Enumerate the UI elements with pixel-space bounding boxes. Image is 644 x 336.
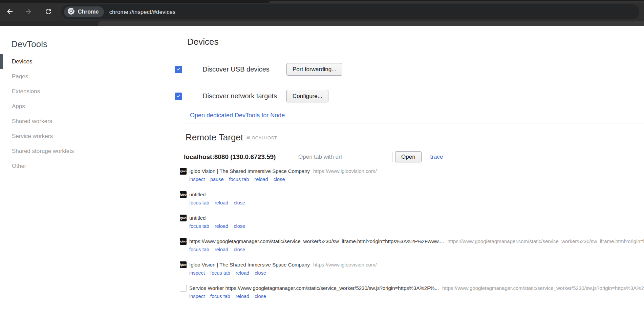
forward-button[interactable] xyxy=(24,7,33,16)
url-text[interactable]: chrome://inspect/#devices xyxy=(109,9,176,15)
target-title: untitled xyxy=(189,215,206,221)
target-action-inspect[interactable]: inspect xyxy=(189,177,205,182)
open-tab-url-input[interactable] xyxy=(295,152,392,162)
target-title-line: igloo Igloo Vision | The Shared Immersiv… xyxy=(180,261,644,269)
target-action-reload[interactable]: reload xyxy=(215,223,228,229)
target-action-close[interactable]: close xyxy=(255,294,266,299)
target-row: igloo https://www.googletagmanager.com/s… xyxy=(180,237,644,261)
divider xyxy=(185,54,644,54)
target-action-close[interactable]: close xyxy=(234,200,245,205)
sidebar-item-other[interactable]: Other xyxy=(0,159,87,174)
back-button[interactable] xyxy=(5,7,14,16)
blank-favicon xyxy=(180,285,187,292)
target-actions: inspectpausefocus tabreloadclose xyxy=(189,177,644,182)
toolbar-bottom-band-left xyxy=(0,21,98,26)
target-action-reload[interactable]: reload xyxy=(254,177,268,182)
sidebar-item-label: Shared storage worklets xyxy=(12,148,74,155)
target-title-line: igloo https://www.googletagmanager.com/s… xyxy=(180,237,644,245)
discover-network-label: Discover network targets xyxy=(202,92,286,100)
configure-button[interactable]: Configure... xyxy=(286,90,328,102)
open-node-devtools-link[interactable]: Open dedicated DevTools for Node xyxy=(190,112,285,119)
target-title: Igloo Vision | The Shared Immersive Spac… xyxy=(189,262,310,268)
sidebar-item-label: Extensions xyxy=(12,88,40,95)
igloo-favicon: igloo xyxy=(180,261,187,268)
target-action-focus-tab[interactable]: focus tab xyxy=(189,200,209,205)
sidebar: DevTools Devices Pages Extensions Apps S… xyxy=(0,26,87,336)
target-action-close[interactable]: close xyxy=(274,177,285,182)
forward-icon xyxy=(24,7,33,17)
target-row: Service Worker https://www.googletagmana… xyxy=(180,284,644,308)
divider xyxy=(185,123,644,123)
target-actions: focus tabreloadclose xyxy=(189,200,644,205)
sidebar-item-label: Devices xyxy=(12,58,32,65)
host-label: localhost:8080 (130.0.6723.59) xyxy=(184,153,295,161)
target-title: untitled xyxy=(189,192,206,197)
target-action-focus-tab[interactable]: focus tab xyxy=(210,270,230,276)
igloo-favicon: igloo xyxy=(180,191,187,198)
discover-network-row: Discover network targets Configure... xyxy=(175,90,644,102)
checkmark-icon xyxy=(176,93,181,100)
toolbar-bottom-band xyxy=(98,21,644,26)
igloo-favicon: igloo xyxy=(180,238,187,245)
target-title: Igloo Vision | The Shared Immersive Spac… xyxy=(189,168,310,174)
inspect-page: DevTools Devices Pages Extensions Apps S… xyxy=(0,26,644,336)
sidebar-item-label: Service workers xyxy=(12,133,53,140)
localhost-row: localhost:8080 (130.0.6723.59) Open trac… xyxy=(175,151,644,162)
sidebar-item-shared-storage-worklets[interactable]: Shared storage worklets xyxy=(0,144,87,159)
discover-usb-checkbox[interactable] xyxy=(175,66,182,73)
sidebar-list: Devices Pages Extensions Apps Shared wor… xyxy=(0,54,87,174)
main-content: Devices Discover USB devices Port forwar… xyxy=(87,26,644,336)
target-title-line: igloo untitled xyxy=(180,214,644,222)
target-action-close[interactable]: close xyxy=(255,270,266,276)
target-action-focus-tab[interactable]: focus tab xyxy=(189,247,209,252)
target-action-reload[interactable]: reload xyxy=(215,247,228,252)
sidebar-title: DevTools xyxy=(11,39,87,49)
browser-chrome: Chrome chrome://inspect/#devices xyxy=(0,0,644,26)
sidebar-item-label: Shared workers xyxy=(12,118,52,125)
igloo-favicon: igloo xyxy=(180,168,187,175)
discover-network-checkbox[interactable] xyxy=(175,93,182,100)
sidebar-item-extensions[interactable]: Extensions xyxy=(0,84,87,99)
target-row: igloo untitled focus tabreloadclose xyxy=(180,214,644,237)
target-action-pause[interactable]: pause xyxy=(210,177,224,182)
target-url: https://www.googletagmanager.com/static/… xyxy=(447,238,644,244)
target-action-inspect[interactable]: inspect xyxy=(189,270,205,276)
target-action-focus-tab[interactable]: focus tab xyxy=(229,177,249,182)
sidebar-item-pages[interactable]: Pages xyxy=(0,69,87,84)
checkmark-icon xyxy=(176,66,181,73)
target-action-close[interactable]: close xyxy=(234,247,245,252)
target-action-focus-tab[interactable]: focus tab xyxy=(189,223,209,229)
address-bar[interactable]: Chrome chrome://inspect/#devices xyxy=(61,4,639,19)
sidebar-item-service-workers[interactable]: Service workers xyxy=(0,129,87,144)
target-actions: focus tabreloadclose xyxy=(189,223,644,229)
back-icon xyxy=(6,7,14,17)
chip-label: Chrome xyxy=(78,9,99,15)
target-action-focus-tab[interactable]: focus tab xyxy=(210,294,230,299)
target-action-inspect[interactable]: inspect xyxy=(189,294,205,299)
open-button[interactable]: Open xyxy=(395,151,422,162)
chrome-page-chip[interactable]: Chrome xyxy=(64,6,104,17)
remote-target-heading: Remote Target#LOCALHOST xyxy=(186,132,644,143)
sidebar-item-apps[interactable]: Apps xyxy=(0,99,87,114)
browser-toolbar: Chrome chrome://inspect/#devices xyxy=(0,3,644,21)
sidebar-item-devices[interactable]: Devices xyxy=(0,54,87,69)
trace-link[interactable]: trace xyxy=(430,154,443,160)
remote-target-title: Remote Target xyxy=(186,132,243,142)
sidebar-item-label: Apps xyxy=(12,103,25,110)
target-action-reload[interactable]: reload xyxy=(215,200,228,205)
localhost-tag: #LOCALHOST xyxy=(246,135,277,140)
port-forwarding-button[interactable]: Port forwarding... xyxy=(286,63,342,76)
target-action-reload[interactable]: reload xyxy=(236,270,249,276)
sidebar-item-label: Other xyxy=(12,163,26,170)
reload-button[interactable] xyxy=(44,7,53,16)
target-action-close[interactable]: close xyxy=(234,223,245,229)
sidebar-item-label: Pages xyxy=(12,73,28,80)
target-row: igloo untitled focus tabreloadclose xyxy=(180,191,644,214)
target-action-reload[interactable]: reload xyxy=(236,294,249,299)
target-actions: focus tabreloadclose xyxy=(189,247,644,252)
target-title: https://www.googletagmanager.com/static/… xyxy=(189,238,444,244)
target-row: igloo Igloo Vision | The Shared Immersiv… xyxy=(180,261,644,284)
target-actions: inspectfocus tabreloadclose xyxy=(189,270,644,276)
sidebar-item-shared-workers[interactable]: Shared workers xyxy=(0,114,87,129)
target-url: https://www.googletagmanager.com/static/… xyxy=(442,285,644,291)
